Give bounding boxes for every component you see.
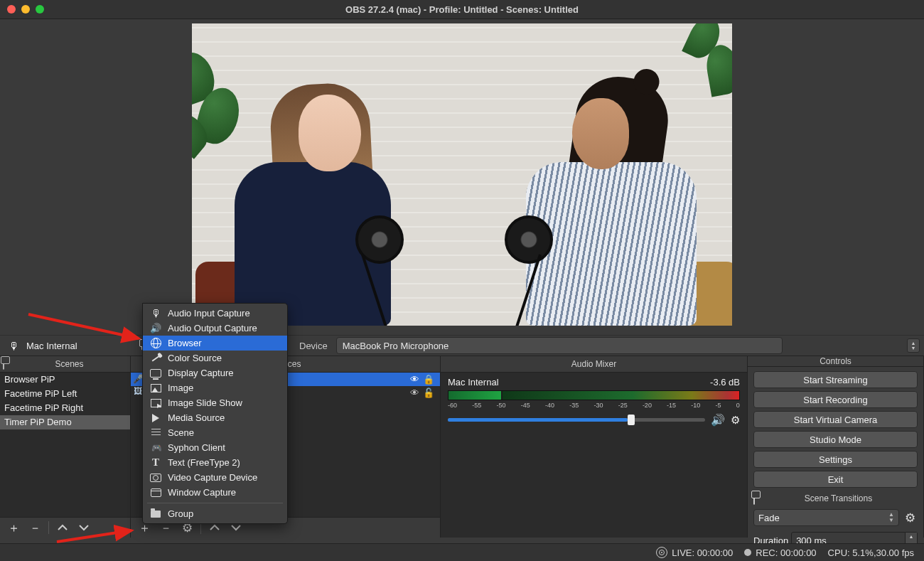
- minimize-window-button[interactable]: [21, 5, 30, 14]
- titlebar: OBS 27.2.4 (mac) - Profile: Untitled - S…: [0, 0, 924, 19]
- audio-mixer-dock: Audio Mixer Mac Internal -3.6 dB -60-55-…: [441, 356, 748, 538]
- source-type-audio-input-capture[interactable]: 🎙Audio Input Capture: [143, 306, 287, 321]
- scenes-dock: Scenes Browser PiPFacetime PiP LeftFacet…: [0, 356, 131, 538]
- microphone-icon: 🎙: [9, 340, 19, 352]
- start-virtual-camera-button[interactable]: Start Virtual Camera: [753, 411, 918, 428]
- remove-scene-button[interactable]: －: [24, 519, 45, 536]
- mic-icon: 🎙: [150, 308, 161, 319]
- play-icon: [150, 412, 161, 424]
- lock-toggle-icon[interactable]: 🔓: [421, 388, 436, 398]
- scene-list-item[interactable]: Timer PiP Demo: [0, 415, 130, 429]
- brush-icon: [150, 353, 161, 364]
- lock-toggle-icon[interactable]: 🔒: [421, 374, 436, 385]
- device-label: Device: [294, 341, 333, 351]
- source-type-image[interactable]: Image: [143, 380, 287, 395]
- slideshow-icon: [150, 397, 161, 409]
- controls-title: Controls: [748, 356, 923, 366]
- mixer-track-name: Mac Internal: [448, 377, 499, 388]
- controls-dock: Controls Start StreamingStart RecordingS…: [748, 356, 924, 538]
- svg-line-1: [57, 530, 131, 542]
- annotation-arrow: [28, 309, 149, 346]
- scene-list-item[interactable]: Facetime PiP Right: [0, 401, 130, 415]
- camera-icon: [150, 472, 161, 483]
- folder-icon: [150, 508, 161, 520]
- monitor-icon: [150, 368, 161, 379]
- text-icon: T: [150, 457, 161, 469]
- start-streaming-button[interactable]: Start Streaming: [753, 371, 918, 388]
- scene-list-item[interactable]: Browser PiP: [0, 373, 130, 387]
- live-status: LIVE: 00:00:00: [656, 547, 733, 558]
- device-select-stepper[interactable]: ▲▼: [907, 338, 920, 353]
- close-window-button[interactable]: [7, 5, 16, 14]
- start-recording-button[interactable]: Start Recording: [753, 391, 918, 408]
- list-icon: [150, 427, 161, 439]
- live-icon: [656, 547, 667, 558]
- source-type-browser[interactable]: Browser: [143, 336, 287, 351]
- source-type-scene[interactable]: Scene: [143, 425, 287, 440]
- settings-button[interactable]: Settings: [753, 451, 918, 468]
- visibility-toggle-icon[interactable]: 👁: [407, 374, 421, 385]
- vu-meter: [448, 390, 740, 400]
- device-select-value: MacBook Pro Microphone: [343, 341, 449, 351]
- program-preview[interactable]: [192, 23, 732, 326]
- add-source-context-menu[interactable]: 🎙Audio Input Capture🔊Audio Output Captur…: [142, 303, 288, 524]
- studio-mode-button[interactable]: Studio Mode: [753, 431, 918, 448]
- scene-list-item[interactable]: Facetime PiP Left: [0, 387, 130, 401]
- scenes-dock-title: Scenes: [9, 359, 130, 369]
- window-title: OBS 27.2.4 (mac) - Profile: Untitled - S…: [0, 4, 924, 15]
- vu-ticks: -60-55-50-45-40-35-30-25-20-15-10-50: [448, 402, 740, 409]
- scenes-list[interactable]: Browser PiPFacetime PiP LeftFacetime PiP…: [0, 373, 130, 429]
- source-type-color-source[interactable]: Color Source: [143, 351, 287, 365]
- controller-icon: 🎮: [150, 442, 161, 454]
- maximize-window-button[interactable]: [36, 5, 44, 14]
- speaker-icon: 🔊: [150, 323, 161, 334]
- source-type-window-capture[interactable]: Window Capture: [143, 485, 287, 500]
- visibility-toggle-icon[interactable]: 👁: [407, 388, 421, 398]
- mixer-settings-button[interactable]: ⚙: [731, 414, 740, 427]
- docks: Scenes Browser PiPFacetime PiP LeftFacet…: [0, 356, 924, 538]
- source-type-media-source[interactable]: Media Source: [143, 410, 287, 425]
- rec-status: REC: 00:00:00: [744, 547, 816, 558]
- source-type-display-capture[interactable]: Display Capture: [143, 365, 287, 380]
- source-type-video-capture-device[interactable]: Video Capture Device: [143, 470, 287, 485]
- window-icon: [150, 487, 161, 498]
- source-type-group[interactable]: Group: [143, 506, 287, 521]
- transition-settings-button[interactable]: ⚙: [902, 509, 918, 526]
- record-icon: [744, 549, 751, 556]
- mute-button[interactable]: 🔊: [711, 413, 725, 427]
- globe-icon: [150, 338, 161, 349]
- dock-popout-icon[interactable]: [753, 493, 755, 504]
- mixer-level-db: -3.6 dB: [710, 377, 740, 388]
- device-select[interactable]: MacBook Pro Microphone: [336, 337, 783, 354]
- transitions-title: Scene Transitions: [759, 493, 918, 503]
- preview-area: [0, 19, 924, 335]
- image-icon: [150, 383, 161, 394]
- source-type-text-freetype-2-[interactable]: TText (FreeType 2): [143, 455, 287, 470]
- cpu-status: CPU: 5.1%,30.00 fps: [828, 547, 914, 558]
- audio-mixer-title: Audio Mixer: [441, 359, 747, 369]
- source-type-syphon-client[interactable]: 🎮Syphon Client: [143, 440, 287, 455]
- exit-button[interactable]: Exit: [753, 471, 918, 488]
- dock-popout-icon[interactable]: [3, 359, 4, 369]
- annotation-arrow: [57, 526, 142, 550]
- window-controls: [7, 5, 44, 14]
- svg-line-0: [28, 314, 139, 338]
- transition-select[interactable]: Fade▲▼: [753, 509, 899, 526]
- source-type-image-slide-show[interactable]: Image Slide Show: [143, 395, 287, 410]
- add-scene-button[interactable]: ＋: [3, 519, 24, 536]
- source-type-audio-output-capture[interactable]: 🔊Audio Output Capture: [143, 321, 287, 336]
- volume-slider[interactable]: [448, 418, 705, 422]
